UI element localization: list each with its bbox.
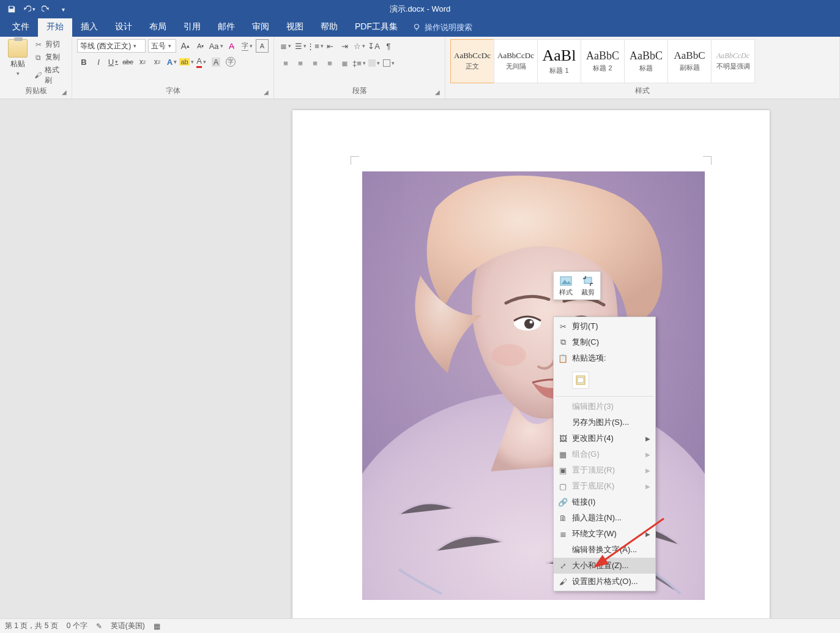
tab-help[interactable]: 帮助 bbox=[312, 18, 346, 37]
cm-edit-alt-text[interactable]: 编辑替换文字(A)... bbox=[554, 542, 655, 558]
clear-formatting-button[interactable]: A̶ bbox=[225, 39, 238, 53]
style-item-6[interactable]: AaBbCcDc不明显强调 bbox=[711, 39, 755, 83]
format-picture-icon: 🖌 bbox=[557, 576, 568, 587]
font-size-combo[interactable]: 五号▾ bbox=[148, 39, 176, 53]
qat-customize-button[interactable]: ▾ bbox=[56, 2, 70, 16]
cm-wrap-text[interactable]: ≣环绕文字(W)▶ bbox=[554, 526, 655, 542]
size-position-icon: ⤢ bbox=[557, 560, 568, 571]
cm-insert-caption[interactable]: 🗎插入题注(N)... bbox=[554, 510, 655, 526]
tab-home[interactable]: 开始 bbox=[38, 18, 72, 37]
align-right-button[interactable]: ≡ bbox=[308, 56, 322, 70]
tab-view[interactable]: 视图 bbox=[278, 18, 312, 37]
change-case-button[interactable]: Aa▾ bbox=[209, 39, 223, 53]
cm-size-and-position[interactable]: ⤢大小和位置(Z)... bbox=[554, 558, 655, 574]
group-clipboard-label: 剪贴板 bbox=[5, 86, 67, 97]
paste-button[interactable]: 粘贴 ▾ bbox=[5, 39, 31, 77]
shrink-font-button[interactable]: A▾ bbox=[194, 39, 207, 53]
tab-mailings[interactable]: 邮件 bbox=[209, 18, 243, 37]
cm-save-as-picture[interactable]: 另存为图片(S)... bbox=[554, 414, 655, 430]
italic-button[interactable]: I bbox=[92, 55, 105, 69]
highlight-button[interactable]: ab▾ bbox=[180, 55, 193, 69]
style-preview: AaBbCcDc bbox=[454, 51, 491, 59]
status-page[interactable]: 第 1 页，共 5 页 bbox=[5, 621, 58, 631]
cm-cut[interactable]: ✂剪切(T) bbox=[554, 318, 655, 334]
align-left-button[interactable]: ≡ bbox=[279, 56, 292, 70]
mini-style-button[interactable]: 样式 bbox=[557, 275, 575, 297]
sort-button[interactable]: ↧A bbox=[367, 39, 381, 53]
paragraph-launcher[interactable]: ◢ bbox=[435, 89, 442, 96]
style-item-3[interactable]: AaBbC标题 2 bbox=[581, 39, 625, 83]
strikethrough-button[interactable]: abc bbox=[121, 55, 135, 69]
font-name-combo[interactable]: 等线 (西文正文)▾ bbox=[77, 39, 146, 53]
tab-layout[interactable]: 布局 bbox=[141, 18, 175, 37]
group-font: 等线 (西文正文)▾ 五号▾ A▴ A▾ Aa▾ A̶ 字▾ A B I U▾ … bbox=[72, 37, 274, 99]
style-item-1[interactable]: AaBbCcDc无间隔 bbox=[494, 39, 538, 83]
title-bar: ▾ ▾ 演示.docx - Word bbox=[0, 0, 840, 18]
save-icon bbox=[7, 5, 16, 13]
tab-insert[interactable]: 插入 bbox=[72, 18, 106, 37]
asian-layout-button[interactable]: ☆▾ bbox=[352, 39, 366, 53]
cm-paste-options-label: 📋粘贴选项: bbox=[554, 350, 655, 366]
format-painter-button[interactable]: 🖌格式刷 bbox=[34, 65, 67, 86]
cm-copy[interactable]: ⧉复制(C) bbox=[554, 334, 655, 350]
copy-button[interactable]: ⧉复制 bbox=[34, 52, 67, 62]
superscript-button[interactable]: x2 bbox=[151, 55, 164, 69]
tab-references[interactable]: 引用 bbox=[175, 18, 209, 37]
phonetic-guide-button[interactable]: 字▾ bbox=[240, 39, 253, 53]
status-language[interactable]: 英语(美国) bbox=[111, 621, 145, 631]
tab-pdf-tools[interactable]: PDF工具集 bbox=[346, 18, 406, 37]
paste-option-picture[interactable] bbox=[572, 372, 589, 389]
borders-button[interactable]: ▾ bbox=[382, 56, 395, 70]
line-spacing-button[interactable]: ‡≡▾ bbox=[352, 56, 366, 70]
style-preview: AaBbC bbox=[630, 50, 663, 61]
mini-crop-button[interactable]: 裁剪 bbox=[579, 275, 597, 297]
cut-button[interactable]: ✂剪切 bbox=[34, 39, 67, 50]
clipboard-launcher[interactable]: ◢ bbox=[62, 89, 69, 96]
char-border-button[interactable]: A bbox=[256, 39, 269, 53]
decrease-indent-button[interactable]: ⇤ bbox=[323, 39, 336, 53]
shading-button[interactable]: ▾ bbox=[367, 56, 381, 70]
style-item-2[interactable]: AaBl标题 1 bbox=[537, 39, 581, 83]
document-area[interactable]: 样式 裁剪 ✂剪切(T) ⧉复制(C) 📋粘贴选项: 编辑图片(3) 另存为图片… bbox=[0, 99, 840, 618]
styles-gallery[interactable]: AaBbCcDc正文AaBbCcDc无间隔AaBl标题 1AaBbC标题 2Aa… bbox=[450, 39, 754, 83]
cm-link[interactable]: 🔗链接(I) bbox=[554, 494, 655, 510]
justify-button[interactable]: ≡ bbox=[323, 56, 336, 70]
tab-design[interactable]: 设计 bbox=[106, 18, 141, 37]
status-proofing[interactable]: ✎ bbox=[96, 622, 102, 631]
tab-review[interactable]: 审阅 bbox=[243, 18, 278, 37]
style-item-0[interactable]: AaBbCcDc正文 bbox=[450, 39, 494, 83]
status-word-count[interactable]: 0 个字 bbox=[67, 621, 87, 631]
style-item-5[interactable]: AaBbC副标题 bbox=[667, 39, 712, 83]
font-launcher[interactable]: ◢ bbox=[264, 89, 271, 96]
lightbulb-icon bbox=[412, 23, 421, 32]
show-marks-button[interactable]: ¶ bbox=[382, 39, 395, 53]
cm-bring-front: ▣置于顶层(R)▶ bbox=[554, 462, 655, 478]
enclose-char-button[interactable]: 字 bbox=[224, 55, 237, 69]
bold-button[interactable]: B bbox=[77, 55, 91, 69]
cm-format-picture[interactable]: 🖌设置图片格式(O)... bbox=[554, 574, 655, 590]
cm-change-picture[interactable]: 🖼更改图片(4)▶ bbox=[554, 430, 655, 446]
align-center-button[interactable]: ≡ bbox=[294, 56, 307, 70]
numbering-button[interactable]: ☰▾ bbox=[294, 39, 307, 53]
distributed-button[interactable]: ≣ bbox=[338, 56, 351, 70]
text-effects-button[interactable]: A▾ bbox=[165, 55, 179, 69]
save-button[interactable] bbox=[5, 2, 18, 16]
cm-send-back: ▢置于底层(K)▶ bbox=[554, 478, 655, 494]
grow-font-button[interactable]: A▴ bbox=[179, 39, 191, 53]
undo-button[interactable]: ▾ bbox=[22, 2, 35, 16]
underline-button[interactable]: U▾ bbox=[106, 55, 120, 69]
increase-indent-button[interactable]: ⇥ bbox=[338, 39, 351, 53]
style-name: 无间隔 bbox=[506, 62, 526, 71]
char-shading-button[interactable]: A bbox=[209, 55, 223, 69]
style-item-4[interactable]: AaBbC标题 bbox=[624, 39, 668, 83]
font-color-button[interactable]: A▾ bbox=[195, 55, 208, 69]
subscript-button[interactable]: x2 bbox=[136, 55, 149, 69]
bullets-button[interactable]: ≣▾ bbox=[279, 39, 292, 53]
tell-me-search[interactable]: 操作说明搜索 bbox=[406, 18, 478, 37]
status-macro[interactable]: ▦ bbox=[154, 622, 160, 631]
paste-picture-icon bbox=[575, 375, 586, 386]
tab-file[interactable]: 文件 bbox=[4, 18, 38, 37]
picture-style-icon bbox=[559, 275, 573, 287]
multilevel-button[interactable]: ⋮≡▾ bbox=[308, 39, 322, 53]
redo-button[interactable] bbox=[39, 2, 53, 16]
